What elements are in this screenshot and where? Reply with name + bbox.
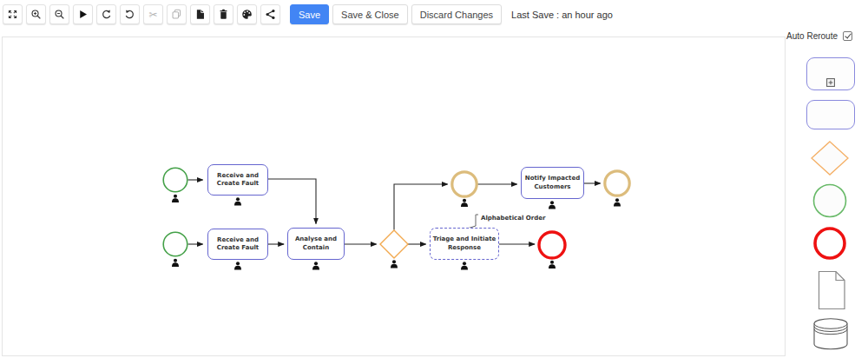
palette-subprocess-shape[interactable] (806, 57, 855, 90)
person-icon (461, 199, 468, 207)
task-receive-create-fault-2[interactable]: Receive and Create Fault (207, 229, 268, 260)
bpmn-editor: ✂ (0, 0, 868, 358)
person-icon (234, 197, 241, 205)
end-event[interactable] (539, 232, 565, 258)
person-icon (614, 198, 621, 206)
flow-gateway-to-event1[interactable] (394, 184, 448, 230)
task-analyse-and-contain[interactable]: Analyse and Contain (287, 228, 345, 260)
gateway-diamond[interactable] (380, 230, 408, 258)
task-label: Receive and Create Fault (210, 172, 266, 189)
palette-datastore-shape[interactable] (814, 319, 847, 349)
person-icon (549, 201, 556, 209)
person-icon (234, 262, 241, 269)
start-event-2[interactable] (163, 232, 187, 256)
task-label: Receive and Create Fault (210, 236, 266, 253)
flow-receive1-to-analyse[interactable] (268, 179, 316, 224)
diagram-layer (0, 0, 868, 358)
palette-start-event-shape[interactable] (814, 185, 846, 217)
person-icon (461, 262, 468, 269)
palette-task-shape[interactable] (806, 100, 855, 129)
person-icon (172, 259, 179, 267)
person-icon (391, 260, 398, 268)
task-triage-and-initiate-response[interactable]: Triage and Initiate Response (430, 228, 499, 260)
palette-end-event-shape[interactable] (815, 229, 845, 258)
plus-box-icon (826, 78, 835, 87)
task-label: Triage and Initiate Response (432, 235, 496, 252)
task-receive-create-fault-1[interactable]: Receive and Create Fault (207, 164, 268, 196)
person-icon (549, 261, 556, 268)
palette-gateway-shape[interactable] (812, 142, 848, 175)
intermediate-event-2[interactable] (605, 171, 629, 196)
palette-document-shape[interactable] (819, 272, 845, 309)
auto-reroute-checkbox[interactable] (843, 31, 852, 41)
task-label: Notify Impacted Customers (523, 175, 582, 191)
task-notify-impacted-customers[interactable]: Notify Impacted Customers (521, 167, 584, 199)
person-icon (312, 262, 319, 269)
text-annotation[interactable]: Alphabetical Order (478, 214, 548, 222)
auto-reroute-row: Auto Reroute (786, 31, 852, 41)
task-label: Analyse and Contain (290, 235, 342, 252)
start-event-1[interactable] (163, 168, 187, 192)
intermediate-event-1[interactable] (452, 172, 477, 196)
auto-reroute-label: Auto Reroute (786, 31, 838, 41)
person-icon (172, 195, 179, 202)
